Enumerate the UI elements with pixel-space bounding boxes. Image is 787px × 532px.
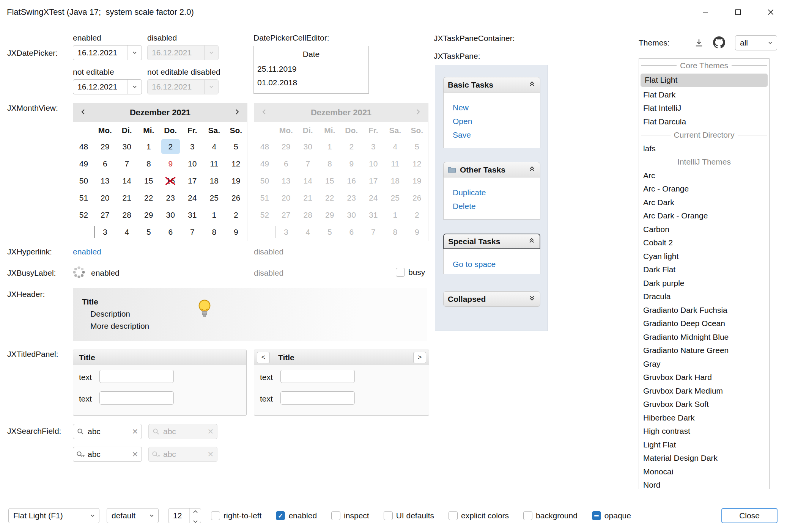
font-size-spinner[interactable]: 12 <box>168 508 201 523</box>
toolbar-checkbox[interactable]: right-to-left <box>211 511 261 520</box>
calendar-day[interactable]: 7 <box>181 223 203 240</box>
calendar-day[interactable]: 15 <box>138 172 160 189</box>
theme-item[interactable]: Arc - Orange <box>639 182 769 196</box>
calendar-day[interactable]: 5 <box>225 138 247 155</box>
theme-item[interactable]: Dracula <box>639 290 769 304</box>
busy-checkbox[interactable]: busy <box>396 268 425 277</box>
calendar-day[interactable]: 22 <box>138 189 160 206</box>
search-field-with-menu[interactable]: abc ✕ <box>73 447 142 462</box>
chevron-down-icon[interactable] <box>127 46 142 60</box>
theme-item[interactable]: Cyan light <box>639 250 769 263</box>
text-input[interactable] <box>99 391 174 405</box>
theme-item[interactable]: Flat Dark <box>639 88 769 102</box>
search-value[interactable]: abc <box>88 450 129 459</box>
checkbox-icon[interactable] <box>384 511 393 520</box>
theme-item[interactable]: lafs <box>639 142 769 155</box>
calendar-day[interactable]: 4 <box>203 138 225 155</box>
taskpane-special-header[interactable]: Special Tasks <box>443 234 540 249</box>
toolbar-checkbox[interactable]: UI defaults <box>384 511 434 520</box>
calendar-day[interactable]: 16 <box>160 172 182 189</box>
taskpane-basic-header[interactable]: Basic Tasks <box>443 77 540 93</box>
calendar-day[interactable]: 26 <box>225 189 247 206</box>
calendar-day[interactable]: 9 <box>225 223 247 240</box>
calendar-day[interactable]: 27 <box>94 206 116 223</box>
spinner-down-icon[interactable] <box>193 516 198 525</box>
checkbox-icon[interactable] <box>211 511 220 520</box>
spinner-value[interactable]: 12 <box>168 511 189 520</box>
calendar-day[interactable]: 49 <box>73 155 94 172</box>
next-month-icon[interactable] <box>233 108 241 117</box>
toolbar-checkbox[interactable]: inspect <box>331 511 369 520</box>
theme-item[interactable]: Flat Darcula <box>639 115 769 129</box>
collapse-icon[interactable] <box>528 165 536 174</box>
calendar-day[interactable]: 28 <box>116 206 138 223</box>
theme-item[interactable]: Arc <box>639 169 769 182</box>
toolbar-checkbox[interactable]: background <box>523 511 578 520</box>
theme-item[interactable]: IntelliJ Themes <box>639 155 769 169</box>
calendar-day[interactable]: 2 <box>225 206 247 223</box>
combo-value[interactable]: all <box>735 38 764 47</box>
calendar-day[interactable]: 29 <box>94 138 116 155</box>
table-cell[interactable]: 01.02.2018 <box>257 78 297 87</box>
calendar-day[interactable]: 30 <box>116 138 138 155</box>
calendar-day[interactable]: 3 <box>94 223 116 240</box>
github-icon[interactable] <box>713 36 725 50</box>
checkbox-icon[interactable] <box>592 511 601 520</box>
minimize-button[interactable] <box>689 0 722 24</box>
panel-next-button[interactable]: > <box>413 352 426 363</box>
calendar-day[interactable]: 48 <box>73 138 94 155</box>
taskpane-other-header[interactable]: Other Tasks <box>443 162 540 177</box>
theme-item[interactable]: Gradianto Dark Fuchsia <box>639 303 769 317</box>
search-value[interactable]: abc <box>88 427 129 436</box>
task-link[interactable]: Delete <box>453 199 540 213</box>
checkbox-icon[interactable] <box>449 511 458 520</box>
calendar-day[interactable]: 4 <box>116 223 138 240</box>
theme-item[interactable]: Hiberbee Dark <box>639 411 769 425</box>
theme-item[interactable]: Carbon <box>639 223 769 236</box>
theme-item[interactable]: Dark Flat <box>639 263 769 277</box>
toolbar-checkbox[interactable]: explicit colors <box>449 511 509 520</box>
table-row[interactable]: 01.02.2018 <box>254 76 368 89</box>
close-button[interactable]: Close <box>721 508 778 523</box>
theme-item[interactable]: High contrast <box>639 425 769 438</box>
theme-item[interactable]: Arc Dark - Orange <box>639 209 769 223</box>
task-link[interactable]: Open <box>453 115 540 128</box>
theme-item[interactable]: Monocai <box>639 465 769 479</box>
task-link[interactable]: Go to space <box>453 257 540 271</box>
download-icon[interactable] <box>694 38 704 50</box>
calendar-day[interactable]: 23 <box>160 189 182 206</box>
datepicker-value[interactable]: 16.12.2021 <box>73 82 127 91</box>
search-field[interactable]: abc ✕ <box>73 424 142 439</box>
calendar-day[interactable]: 6 <box>160 223 182 240</box>
calendar-day[interactable]: 21 <box>116 189 138 206</box>
calendar-day[interactable]: 1 <box>203 206 225 223</box>
calendar-day[interactable]: 20 <box>94 189 116 206</box>
theme-item[interactable]: Core Themes <box>639 59 769 72</box>
calendar-day[interactable]: 12 <box>225 155 247 172</box>
calendar-day[interactable] <box>73 223 94 240</box>
checkbox-icon[interactable] <box>523 511 532 520</box>
expand-icon[interactable] <box>528 294 536 304</box>
theme-item[interactable]: Gradianto Nature Green <box>639 344 769 358</box>
theme-item[interactable]: Nord <box>639 479 769 490</box>
text-input[interactable] <box>99 370 174 383</box>
theme-item[interactable]: Flat IntelliJ <box>639 102 769 115</box>
collapse-icon[interactable] <box>528 237 535 246</box>
search-menu-icon[interactable] <box>73 450 88 458</box>
calendar-day[interactable]: 29 <box>138 206 160 223</box>
chevron-down-icon[interactable] <box>127 80 142 94</box>
clear-search-icon[interactable]: ✕ <box>129 450 142 459</box>
taskpane-collapsed-header[interactable]: Collapsed <box>443 291 540 307</box>
theme-item[interactable]: Gruvbox Dark Medium <box>639 384 769 398</box>
calendar-day[interactable]: 11 <box>203 155 225 172</box>
combo-value[interactable]: default <box>107 511 145 520</box>
datepicker-not-editable[interactable]: 16.12.2021 <box>73 79 142 94</box>
chevron-down-icon[interactable] <box>86 513 99 519</box>
calendar-day[interactable]: 1 <box>138 138 160 155</box>
theme-item[interactable]: Material Design Dark <box>639 452 769 465</box>
theme-item[interactable]: Dark purple <box>639 276 769 290</box>
task-link[interactable]: New <box>453 101 540 115</box>
calendar-day[interactable]: 18 <box>203 172 225 189</box>
theme-item[interactable]: Flat Light <box>641 74 768 87</box>
table-cell[interactable]: 25.11.2019 <box>257 64 297 74</box>
